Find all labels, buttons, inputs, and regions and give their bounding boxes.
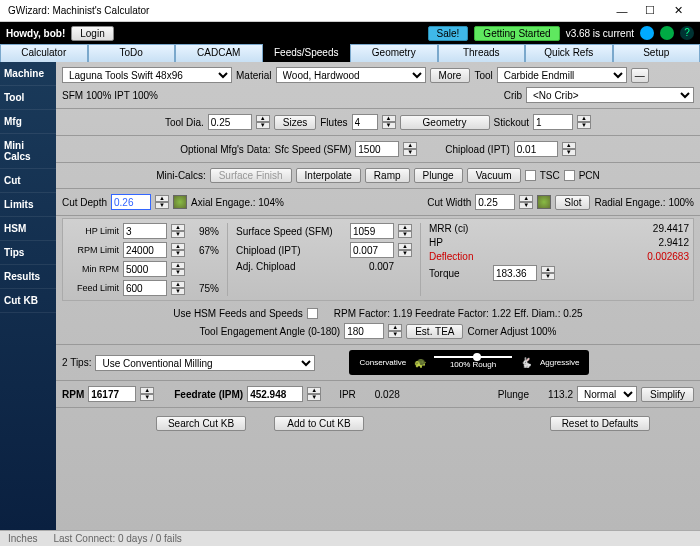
plunge-button[interactable]: Plunge xyxy=(414,168,463,183)
tea-input[interactable] xyxy=(344,323,384,339)
tab-calculator[interactable]: Calculator xyxy=(0,44,88,62)
rpm-result-spinner[interactable]: ▲▼ xyxy=(140,387,154,401)
rpm-result-input[interactable] xyxy=(88,386,136,402)
hp-limit-input[interactable] xyxy=(123,223,167,239)
more-button[interactable]: More xyxy=(430,68,471,83)
tortoise-hare-slider[interactable]: Conservative 🐢 100% Rough 🐇 Aggressive xyxy=(349,350,589,375)
crib-select[interactable]: <No Crib> xyxy=(526,87,694,103)
torque-input[interactable] xyxy=(493,265,537,281)
sfc-speed-input[interactable] xyxy=(355,141,399,157)
stickout-input[interactable] xyxy=(533,114,573,130)
sidebar-item-mfg[interactable]: Mfg xyxy=(0,110,56,134)
chipload-label: Chipload (IPT) xyxy=(236,245,346,256)
sidebar-item-results[interactable]: Results xyxy=(0,265,56,289)
sidebar-item-cut[interactable]: Cut xyxy=(0,169,56,193)
tool-dia-label: Tool Dia. xyxy=(165,117,204,128)
feedrate-spinner[interactable]: ▲▼ xyxy=(307,387,321,401)
slider-thumb[interactable] xyxy=(473,353,481,361)
feed-spinner[interactable]: ▲▼ xyxy=(171,281,185,295)
tab-threads[interactable]: Threads xyxy=(438,44,526,62)
tab-feedsspeeds[interactable]: Feeds/Speeds xyxy=(263,44,351,62)
tsc-label: TSC xyxy=(540,170,560,181)
help-icon[interactable]: ? xyxy=(680,26,694,40)
simplify-button[interactable]: Simplify xyxy=(641,387,694,402)
cut-width-input[interactable] xyxy=(475,194,515,210)
ipr-value: 0.028 xyxy=(360,389,400,400)
hare-icon: 🐇 xyxy=(520,357,532,368)
material-select[interactable]: Wood, Hardwood xyxy=(276,67,426,83)
add-cutkb-button[interactable]: Add to Cut KB xyxy=(274,416,364,431)
width-spinner[interactable]: ▲▼ xyxy=(519,195,533,209)
tab-todo[interactable]: ToDo xyxy=(88,44,176,62)
cut-width-label: Cut Width xyxy=(427,197,471,208)
width-swatch-icon[interactable] xyxy=(537,195,551,209)
close-icon[interactable]: ✕ xyxy=(664,4,692,17)
depth-spinner[interactable]: ▲▼ xyxy=(155,195,169,209)
flutes-input[interactable] xyxy=(352,114,378,130)
sidebar-item-hsm[interactable]: HSM xyxy=(0,217,56,241)
slider-track[interactable] xyxy=(434,356,512,358)
tab-geometry[interactable]: Geometry xyxy=(350,44,438,62)
feedrate-input[interactable] xyxy=(247,386,303,402)
chipload-input[interactable] xyxy=(350,242,394,258)
tab-cadcam[interactable]: CADCAM xyxy=(175,44,263,62)
tab-setup[interactable]: Setup xyxy=(613,44,701,62)
sale-button[interactable]: Sale! xyxy=(428,26,469,41)
tsc-checkbox[interactable] xyxy=(525,170,536,181)
pcn-checkbox[interactable] xyxy=(564,170,575,181)
sidebar-item-limits[interactable]: Limits xyxy=(0,193,56,217)
depth-swatch-icon[interactable] xyxy=(173,195,187,209)
dia-spinner[interactable]: ▲▼ xyxy=(256,115,270,129)
torque-spinner[interactable]: ▲▼ xyxy=(541,266,555,280)
interpolate-button[interactable]: Interpolate xyxy=(296,168,361,183)
sidebar-item-cutkb[interactable]: Cut KB xyxy=(0,289,56,313)
geometry-button[interactable]: Geometry xyxy=(400,115,490,130)
stickout-spinner[interactable]: ▲▼ xyxy=(577,115,591,129)
rpm-spinner[interactable]: ▲▼ xyxy=(171,243,185,257)
est-tea-button[interactable]: Est. TEA xyxy=(406,324,463,339)
hp-label: HP xyxy=(429,237,489,248)
search-cutkb-button[interactable]: Search Cut KB xyxy=(156,416,246,431)
surface-speed-input[interactable] xyxy=(350,223,394,239)
trig-icon[interactable] xyxy=(660,26,674,40)
sidebar-item-machine[interactable]: Machine xyxy=(0,62,56,86)
tool-clear-button[interactable]: — xyxy=(631,68,649,83)
machine-select[interactable]: Laguna Tools Swift 48x96 xyxy=(62,67,232,83)
tips-select[interactable]: Use Conventional Milling xyxy=(95,355,315,371)
ss-spinner[interactable]: ▲▼ xyxy=(398,224,412,238)
chip-spinner[interactable]: ▲▼ xyxy=(562,142,576,156)
sfc-spinner[interactable]: ▲▼ xyxy=(403,142,417,156)
chipload-mfg-input[interactable] xyxy=(514,141,558,157)
use-hsm-checkbox[interactable] xyxy=(307,308,318,319)
minrpm-spinner[interactable]: ▲▼ xyxy=(171,262,185,276)
ramp-button[interactable]: Ramp xyxy=(365,168,410,183)
info-icon[interactable] xyxy=(640,26,654,40)
feed-limit-input[interactable] xyxy=(123,280,167,296)
tool-dia-input[interactable] xyxy=(208,114,252,130)
sidebar-item-tips[interactable]: Tips xyxy=(0,241,56,265)
rpm-limit-input[interactable] xyxy=(123,242,167,258)
sidebar: MachineToolMfgMini CalcsCutLimitsHSMTips… xyxy=(0,62,56,530)
maximize-icon[interactable]: ☐ xyxy=(636,4,664,17)
flutes-spinner[interactable]: ▲▼ xyxy=(382,115,396,129)
sidebar-item-minicalcs[interactable]: Mini Calcs xyxy=(0,134,56,169)
sfc-speed-label: Sfc Speed (SFM) xyxy=(275,144,352,155)
sizes-button[interactable]: Sizes xyxy=(274,115,316,130)
vacuum-button[interactable]: Vacuum xyxy=(467,168,521,183)
slot-button[interactable]: Slot xyxy=(555,195,590,210)
minimize-icon[interactable]: — xyxy=(608,5,636,17)
tool-select[interactable]: Carbide Endmill xyxy=(497,67,627,83)
sidebar-item-tool[interactable]: Tool xyxy=(0,86,56,110)
plunge-mode-select[interactable]: Normal xyxy=(577,386,637,402)
min-rpm-input[interactable] xyxy=(123,261,167,277)
reset-defaults-button[interactable]: Reset to Defaults xyxy=(550,416,650,431)
window-title: GWizard: Machinist's Calculator xyxy=(8,5,608,16)
cut-depth-input[interactable] xyxy=(111,194,151,210)
surface-finish-button[interactable]: Surface Finish xyxy=(210,168,292,183)
tab-quickrefs[interactable]: Quick Refs xyxy=(525,44,613,62)
getting-started-button[interactable]: Getting Started xyxy=(474,26,559,41)
tea-spinner[interactable]: ▲▼ xyxy=(388,324,402,338)
login-button[interactable]: Login xyxy=(71,26,113,41)
hp-spinner[interactable]: ▲▼ xyxy=(171,224,185,238)
cl-spinner[interactable]: ▲▼ xyxy=(398,243,412,257)
